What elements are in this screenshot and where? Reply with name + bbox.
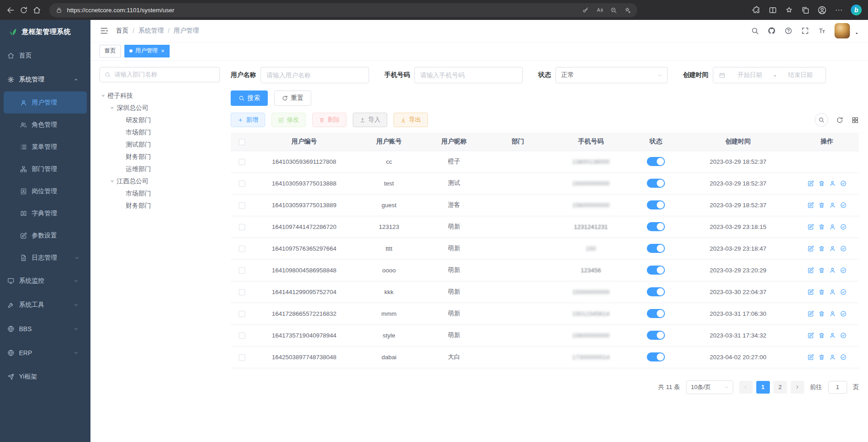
goto-page-input[interactable] xyxy=(828,381,847,394)
tree-node-finance-dept-sz[interactable]: 财务部门 xyxy=(100,151,220,163)
github-icon[interactable] xyxy=(768,27,776,35)
zoom-icon[interactable] xyxy=(610,7,617,14)
status-toggle[interactable] xyxy=(647,352,665,361)
sidebar-item-post-management[interactable]: 岗位管理 xyxy=(0,180,90,202)
favorites-icon[interactable] xyxy=(785,6,793,14)
browser-home-icon[interactable] xyxy=(33,6,41,14)
tab-user-management[interactable]: 用户管理× xyxy=(124,45,170,57)
dept-search-input[interactable]: 请输入部门名称 xyxy=(100,67,220,82)
reset-password-icon[interactable] xyxy=(829,267,836,274)
edit-icon[interactable] xyxy=(807,223,814,230)
tree-node-ops-dept[interactable]: 运维部门 xyxy=(100,163,220,175)
tree-node-orange-tech[interactable]: 橙子科技 xyxy=(100,90,220,102)
approve-icon[interactable] xyxy=(840,289,847,295)
sidebar-item-system-tools[interactable]: 系统工具 xyxy=(0,293,90,317)
approve-icon[interactable] xyxy=(840,245,847,252)
phone-input[interactable] xyxy=(414,67,523,83)
tree-node-market-dept-sz[interactable]: 市场部门 xyxy=(100,126,220,138)
row-checkbox[interactable] xyxy=(239,311,245,317)
search-toggle-button[interactable] xyxy=(815,113,828,127)
sidebar-item-user-management[interactable]: 用户管理 xyxy=(4,91,87,114)
collections-icon[interactable] xyxy=(801,6,810,14)
close-tab-icon[interactable]: × xyxy=(161,48,165,54)
delete-icon[interactable] xyxy=(818,202,825,209)
edit-button[interactable]: 修改 xyxy=(271,113,306,127)
reset-password-icon[interactable] xyxy=(829,310,836,317)
refresh-icon[interactable] xyxy=(19,6,28,14)
delete-icon[interactable] xyxy=(818,223,825,230)
row-checkbox[interactable] xyxy=(239,246,245,252)
add-button[interactable]: 新增 xyxy=(231,113,265,127)
import-button[interactable]: 导入 xyxy=(353,113,387,127)
sidebar-item-menu-management[interactable]: 菜单管理 xyxy=(0,136,90,158)
delete-icon[interactable] xyxy=(818,267,825,274)
extensions-icon[interactable] xyxy=(752,6,761,14)
status-toggle[interactable] xyxy=(647,266,665,275)
select-all-checkbox[interactable] xyxy=(239,139,245,145)
sidebar-item-param-settings[interactable]: 参数设置 xyxy=(0,224,90,247)
tree-node-test-dept[interactable]: 测试部门 xyxy=(100,138,220,151)
breadcrumb-item[interactable]: 系统管理 xyxy=(138,27,164,35)
sidebar-item-log-management[interactable]: 日志管理 xyxy=(0,247,90,269)
sidebar-item-home[interactable]: 首页 xyxy=(0,43,90,67)
browser-menu-icon[interactable] xyxy=(835,6,843,14)
search-icon[interactable] xyxy=(751,27,759,35)
font-size-icon[interactable] xyxy=(818,27,826,35)
user-menu-caret-icon[interactable] xyxy=(854,31,859,36)
reset-password-icon[interactable] xyxy=(829,354,836,361)
row-checkbox[interactable] xyxy=(239,333,245,339)
status-toggle[interactable] xyxy=(647,244,665,253)
site-lock-icon[interactable] xyxy=(56,7,62,14)
approve-icon[interactable] xyxy=(840,180,847,187)
edit-icon[interactable] xyxy=(807,354,814,361)
prev-page-button[interactable] xyxy=(739,381,753,394)
status-toggle[interactable] xyxy=(647,200,665,209)
tree-node-shenzhen-hq[interactable]: 深圳总公司 xyxy=(100,102,220,114)
delete-button[interactable]: 删除 xyxy=(312,113,346,127)
address-bar[interactable]: https://ccnetcore.com:1101/system/user xyxy=(49,3,637,17)
reset-password-icon[interactable] xyxy=(829,245,836,252)
caret-down-icon[interactable] xyxy=(100,92,107,100)
approve-icon[interactable] xyxy=(840,354,847,361)
row-checkbox[interactable] xyxy=(239,267,245,274)
caret-down-icon[interactable] xyxy=(109,178,116,185)
export-button[interactable]: 导出 xyxy=(394,113,428,127)
split-screen-icon[interactable] xyxy=(768,6,777,14)
tree-node-jiangxi-hq[interactable]: 江西总公司 xyxy=(100,175,220,187)
row-checkbox[interactable] xyxy=(239,159,245,165)
sidebar-item-system-management[interactable]: 系统管理 xyxy=(0,67,90,91)
sidebar-item-role-management[interactable]: 角色管理 xyxy=(0,114,90,136)
approve-icon[interactable] xyxy=(840,310,847,317)
reset-button[interactable]: 重置 xyxy=(274,90,311,106)
reset-password-icon[interactable] xyxy=(829,180,836,187)
reset-password-icon[interactable] xyxy=(829,202,836,209)
reset-password-icon[interactable] xyxy=(829,223,836,230)
approve-icon[interactable] xyxy=(840,223,847,230)
read-aloud-icon[interactable] xyxy=(596,7,603,14)
help-icon[interactable] xyxy=(784,27,792,35)
approve-icon[interactable] xyxy=(840,202,847,209)
row-checkbox[interactable] xyxy=(239,224,245,230)
refresh-table-icon[interactable] xyxy=(836,116,844,124)
delete-icon[interactable] xyxy=(818,354,825,361)
sidebar-item-system-monitor[interactable]: 系统监控 xyxy=(0,269,90,293)
search-button[interactable]: 搜索 xyxy=(231,90,268,106)
sidebar-item-dept-management[interactable]: 部门管理 xyxy=(0,158,90,180)
delete-icon[interactable] xyxy=(818,245,825,252)
approve-icon[interactable] xyxy=(840,267,847,274)
date-range-picker[interactable]: 开始日期 - 结束日期 xyxy=(713,67,826,83)
user-avatar[interactable] xyxy=(835,23,850,38)
back-icon[interactable] xyxy=(6,6,15,14)
delete-icon[interactable] xyxy=(818,180,825,187)
reset-password-icon[interactable] xyxy=(829,332,836,339)
browser-profile-icon[interactable] xyxy=(817,5,827,15)
status-toggle[interactable] xyxy=(647,179,665,188)
breadcrumb-item[interactable]: 首页 xyxy=(116,27,128,35)
row-checkbox[interactable] xyxy=(239,289,245,295)
status-toggle[interactable] xyxy=(647,331,665,340)
tree-node-market-dept-jx[interactable]: 市场部门 xyxy=(100,187,220,200)
status-toggle[interactable] xyxy=(647,287,665,296)
edit-icon[interactable] xyxy=(807,289,814,295)
tree-node-finance-dept-jx[interactable]: 财务部门 xyxy=(100,200,220,212)
status-select[interactable]: 正常 xyxy=(555,67,668,83)
